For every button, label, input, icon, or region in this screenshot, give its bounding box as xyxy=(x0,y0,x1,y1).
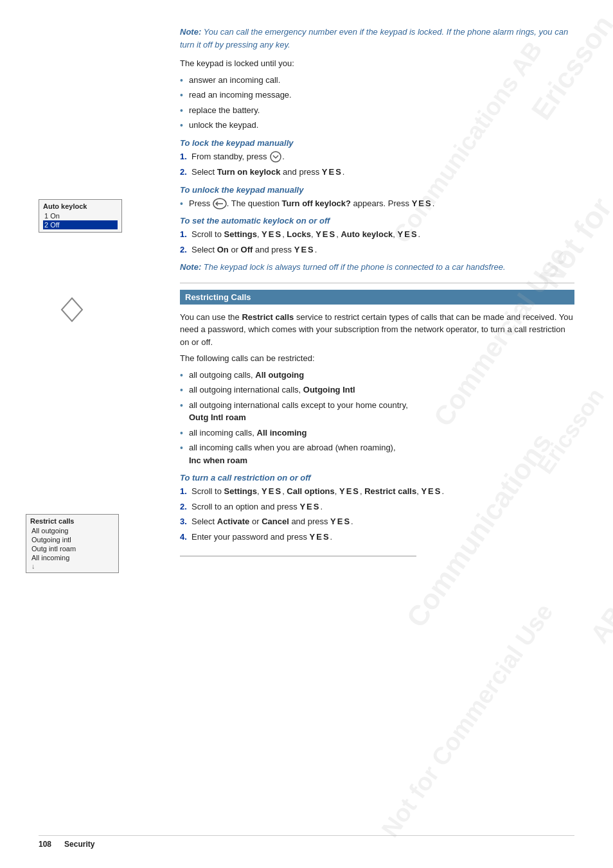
back-button-icon xyxy=(213,198,227,209)
keypad-locked-intro: The keypad is locked until you: xyxy=(180,57,574,70)
restriction-step-3: 3. Select Activate or Cancel and press Y… xyxy=(180,515,574,528)
page-footer: 108 Security xyxy=(39,835,574,849)
unlock-bullet-1: Press . The question Turn off keylock? a… xyxy=(180,197,574,210)
restricting-calls-intro: You can use the Restrict calls service t… xyxy=(180,311,574,349)
following-calls-text: The following calls can be restricted: xyxy=(180,352,574,365)
restrict-bullet-2: all outgoing international calls, Outgoi… xyxy=(180,384,574,396)
unlock-manual-heading: To unlock the keypad manually xyxy=(180,185,574,195)
restrict-bullet-5: all incoming calls when you are abroad (… xyxy=(180,441,574,466)
footer-label: Security xyxy=(64,840,94,849)
phone-box-2-item-2: Outgoing intl xyxy=(30,535,114,544)
restrict-bullet-3: all outgoing international calls except … xyxy=(180,399,574,424)
diamond-icon xyxy=(58,296,86,324)
note-2: Note: The keypad lock is always turned o… xyxy=(180,261,574,274)
auto-keylock-step-1: 1. Scroll to Settings, YES, Locks, YES, … xyxy=(180,228,574,241)
restriction-steps: 1. Scroll to Settings, YES, Call options… xyxy=(180,485,574,543)
bullet-item-1: answer an incoming call. xyxy=(180,74,574,87)
bottom-divider xyxy=(180,556,416,556)
page-number: 108 xyxy=(39,840,51,849)
diamond-icon-container xyxy=(58,296,86,326)
restricted-calls-list: all outgoing calls, All outgoing all out… xyxy=(180,369,574,467)
phone-box-2-item-1: All outgoing xyxy=(30,526,114,535)
bullet-item-2: read an incoming message. xyxy=(180,89,574,102)
menu-button-icon xyxy=(269,150,282,163)
restriction-step-4: 4. Enter your password and press YES. xyxy=(180,531,574,544)
restriction-step-2: 2. Scroll to an option and press YES. xyxy=(180,500,574,513)
svg-point-0 xyxy=(271,152,281,162)
auto-keylock-heading: To set the automatic keylock on or off xyxy=(180,216,574,226)
auto-keylock-step-2: 2. Select On or Off and press YES. xyxy=(180,244,574,256)
phone-box-2-item-3: Outg intl roam xyxy=(30,544,114,553)
lock-step-1: 1. From standby, press . xyxy=(180,150,574,164)
auto-keylock-steps: 1. Scroll to Settings, YES, Locks, YES, … xyxy=(180,228,574,256)
note-1-label: Note: xyxy=(180,27,204,37)
phone-box-2-container: Restrict calls All outgoing Outgoing int… xyxy=(26,514,119,578)
watermark-text-8: Not for Commercial Use xyxy=(377,599,559,842)
lock-manual-heading: To lock the keypad manually xyxy=(180,138,574,148)
lock-step-2: 2. Select Turn on keylock and press YES. xyxy=(180,166,574,179)
main-content: Note: You can call the emergency number … xyxy=(180,26,574,556)
unlock-manual-bullets: Press . The question Turn off keylock? a… xyxy=(180,197,574,210)
restricting-calls-header: Restricting Calls xyxy=(180,290,574,305)
phone-box-auto-keylock: Auto keylock 1 On 2 Off xyxy=(39,199,122,233)
phone-box-1-container: Auto keylock 1 On 2 Off xyxy=(39,199,122,238)
restrict-bullet-1: all outgoing calls, All outgoing xyxy=(180,369,574,382)
phone-box-1-title: Auto keylock xyxy=(43,202,118,210)
phone-box-2-title: Restrict calls xyxy=(30,517,114,525)
phone-box-restrict-calls: Restrict calls All outgoing Outgoing int… xyxy=(26,514,119,573)
restriction-step-1: 1. Scroll to Settings, YES, Call options… xyxy=(180,485,574,498)
note-2-text: The keypad lock is always turned off if … xyxy=(204,262,506,272)
note-1: Note: You can call the emergency number … xyxy=(180,26,574,51)
bullet-item-3: replace the battery. xyxy=(180,104,574,117)
restrict-bullet-4: all incoming calls, All incoming xyxy=(180,427,574,439)
phone-box-2-item-4: All incoming xyxy=(30,553,114,562)
note-2-label: Note: xyxy=(180,262,204,272)
watermark-text-7: AB xyxy=(585,601,613,648)
phone-box-1-item-1: 1 On xyxy=(43,211,118,220)
turn-restriction-heading: To turn a call restriction on or off xyxy=(180,473,574,483)
page-container: Ericsson Communications AB Not for Comme… xyxy=(0,0,613,868)
phone-box-1-item-2: 2 Off xyxy=(43,220,118,229)
note-1-text: You can call the emergency number even i… xyxy=(180,27,568,49)
bullet-item-4: unlock the keypad. xyxy=(180,119,574,132)
lock-manual-steps: 1. From standby, press . 2. Select Turn … xyxy=(180,150,574,179)
section-divider xyxy=(180,283,574,283)
keypad-locked-bullet-list: answer an incoming call. read an incomin… xyxy=(180,74,574,132)
